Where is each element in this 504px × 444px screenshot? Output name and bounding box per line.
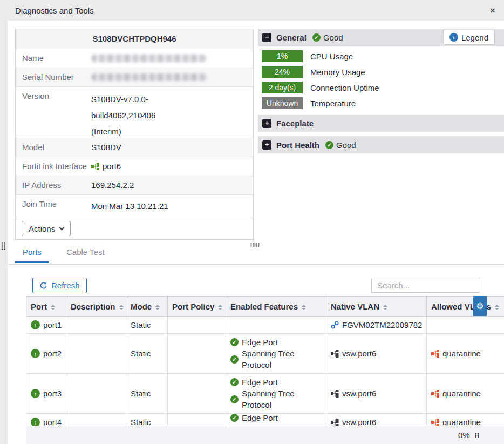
column-header-mode[interactable]: Mode [126, 297, 168, 317]
close-icon[interactable]: × [490, 6, 495, 15]
native-vlan-cell: vsw.port6 [326, 374, 427, 414]
version-label: Version [16, 87, 91, 138]
sort-icon [302, 305, 306, 310]
column-settings-button[interactable]: ⚙ [473, 296, 487, 316]
ports-table: Port Description Mode Port Policy Enable… [26, 296, 504, 444]
device-row-serial: Serial Number [16, 68, 253, 87]
section-faceplate-header[interactable]: + Faceplate [258, 115, 504, 132]
fortilink-value: port6 [91, 157, 253, 176]
port-health-title: Port Health [276, 140, 319, 150]
column-header-allowed-vlans[interactable]: Allowed VLANs [427, 297, 504, 317]
device-row-fortilink: FortiLink Interface port6 [16, 157, 253, 176]
check-circle-icon: ✓ [230, 378, 239, 386]
general-metrics: 1% CPU Usage 24% Memory Usage 2 day(s) C… [258, 46, 504, 115]
vlan-icon [331, 350, 339, 358]
legend-button-label: Legend [461, 33, 488, 42]
device-row-ip: IP Address 169.254.2.2 [16, 176, 253, 195]
join-time-value: Mon Mar 13 10:21:21 2023 [91, 195, 253, 217]
ip-value: 169.254.2.2 [91, 176, 253, 194]
actions-button-label: Actions [29, 224, 55, 233]
gear-icon: ⚙ [476, 301, 483, 311]
join-time-line-1: Mon Mar 13 10:21:21 [91, 199, 253, 213]
allowed-vlans-value: quarantine [442, 389, 481, 398]
device-row-model: Model S108DV [16, 138, 253, 157]
search-input[interactable] [371, 278, 480, 293]
device-row-jointime: Join Time Mon Mar 13 10:21:21 2023 [16, 195, 253, 217]
ip-label: IP Address [16, 176, 91, 194]
version-line-1: S108DV-v7.0.0- [91, 91, 253, 107]
memory-usage-label: Memory Usage [310, 68, 365, 77]
model-value: S108DV [91, 138, 253, 157]
tabbar: Ports Cable Test [8, 246, 504, 265]
legend-button[interactable]: i Legend [443, 30, 495, 45]
panel-drag-handle[interactable] [1, 242, 6, 252]
section-general-header[interactable]: − General ✓ Good i Legend [258, 29, 504, 46]
sort-icon [119, 305, 124, 310]
info-icon: i [449, 33, 458, 42]
check-circle-icon: ✓ [230, 414, 239, 422]
actions-button[interactable]: Actions [22, 221, 71, 236]
device-row-name: Name [16, 49, 253, 68]
column-header-native-vlan[interactable]: Native VLAN [326, 297, 427, 317]
mode-cell: Static [126, 374, 168, 414]
sort-icon [51, 305, 55, 310]
check-circle-icon: ✓ [230, 355, 239, 364]
serial-value-redacted [91, 68, 253, 86]
port-health-status: ✓ Good [325, 140, 356, 150]
port-policy-cell [168, 374, 226, 414]
vlan-icon-quarantine [431, 350, 439, 358]
column-header-port[interactable]: Port [26, 297, 66, 317]
refresh-button[interactable]: Refresh [32, 278, 87, 293]
description-cell [66, 317, 126, 334]
version-line-2: build4062,210406 [91, 107, 253, 124]
vlan-icon-quarantine [431, 419, 439, 426]
tab-cable-test[interactable]: Cable Test [59, 246, 112, 261]
faceplate-title: Faceplate [276, 119, 314, 128]
port-up-icon: ↑ [31, 320, 40, 329]
native-vlan-value: FGVM02TM22009782 [342, 320, 422, 329]
features-cell: ✓Edge Port ✓Spanning Tree Protocol [226, 334, 326, 374]
join-time-label: Join Time [16, 195, 91, 217]
section-port-health-header[interactable]: + Port Health ✓ Good [258, 136, 504, 153]
feature-label: Edge Port [242, 412, 278, 423]
column-header-enabled-features[interactable]: Enabled Features [226, 297, 326, 317]
row-count: 8 [475, 430, 479, 440]
dialog-body: S108DVCHTPDQH946 Name Serial Number Vers… [8, 21, 504, 444]
fortilink-port-name: port6 [103, 162, 121, 171]
table-footer: 0% 8 [26, 426, 504, 444]
tab-ports[interactable]: Ports [15, 246, 49, 263]
redacted-blur [91, 73, 207, 81]
port-policy-cell [168, 334, 226, 374]
expand-plus-icon: + [262, 140, 271, 150]
native-vlan-value: vsw.port6 [342, 389, 376, 398]
sort-icon [495, 305, 499, 310]
collapse-minus-icon: − [262, 33, 271, 42]
table-row-port1[interactable]: ↑port1 Static FGVM02TM22009782 [26, 317, 504, 334]
column-header-description[interactable]: Description [66, 297, 126, 317]
column-header-port-policy[interactable]: Port Policy [168, 297, 226, 317]
serial-label: Serial Number [16, 68, 91, 86]
table-row-port2[interactable]: ↑port2 Static ✓Edge Port ✓Spanning Tree … [26, 334, 504, 374]
connection-uptime-label: Connection Uptime [310, 83, 379, 92]
description-cell [66, 334, 126, 374]
device-info-panel: S108DVCHTPDQH946 Name Serial Number Vers… [15, 29, 254, 240]
fortilink-chain-icon [331, 321, 339, 329]
features-cell: ✓Edge Port ✓Spanning Tree Protocol [226, 374, 326, 414]
memory-usage-badge: 24% [262, 66, 303, 78]
health-panel: − General ✓ Good i Legend 1% CPU Usage 2… [258, 29, 504, 153]
feature-label: Edge Port [242, 376, 278, 388]
port-up-icon: ↑ [31, 389, 40, 398]
native-vlan-cell: vsw.port6 [326, 334, 427, 374]
port-name: port1 [43, 320, 62, 329]
check-circle-icon: ✓ [325, 141, 333, 149]
port-up-icon: ↑ [31, 349, 40, 358]
general-status: ✓ Good [312, 33, 343, 42]
table-row-port3[interactable]: ↑port3 Static ✓Edge Port ✓Spanning Tree … [26, 374, 504, 414]
join-time-line-2-clipped: 2023 [91, 213, 253, 217]
version-value: S108DV-v7.0.0- build4062,210406 (Interim… [91, 87, 253, 138]
check-circle-icon: ✓ [312, 33, 321, 42]
check-circle-icon: ✓ [230, 338, 239, 346]
port-name: port2 [43, 349, 62, 358]
allowed-vlans-cell: quarantine [427, 334, 504, 374]
general-status-text: Good [323, 33, 343, 42]
